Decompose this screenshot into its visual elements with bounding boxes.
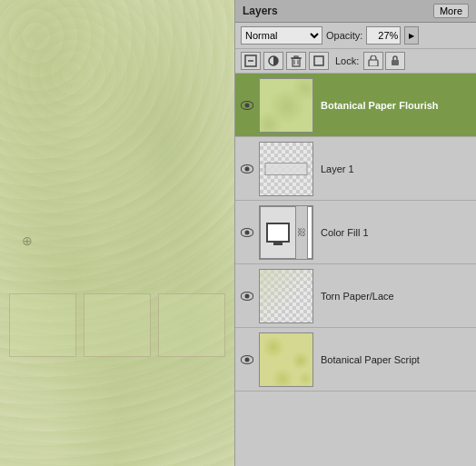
lock-icons (363, 52, 405, 70)
eye-icon (241, 292, 253, 301)
layer1-thumbnail (260, 143, 312, 195)
delete-layer-button[interactable] (286, 52, 306, 70)
layer-name: Torn Paper/Lace (321, 291, 472, 302)
more-button[interactable]: More (433, 4, 469, 18)
layer-item[interactable]: Layer 1 (235, 137, 476, 201)
visibility-toggle[interactable] (239, 352, 255, 368)
canvas-area: ⊕ (0, 0, 234, 466)
layers-panel: Layers More Normal Multiply Screen Overl… (234, 0, 476, 466)
eye-icon (241, 101, 253, 110)
lock-transparent-button[interactable] (363, 52, 383, 70)
lock-all-button[interactable] (385, 52, 405, 70)
layer-thumbnail (259, 142, 313, 196)
visibility-toggle[interactable] (239, 288, 255, 304)
colorfill-container: ⛓ (260, 206, 312, 259)
tornpaper-thumbnail (260, 270, 312, 322)
layer-name: Layer 1 (321, 164, 472, 174)
svg-rect-9 (369, 60, 378, 66)
blend-mode-row: Normal Multiply Screen Overlay Opacity: … (235, 23, 476, 49)
opacity-input[interactable]: 27% (366, 26, 401, 45)
canvas-pattern (0, 0, 234, 466)
visibility-toggle[interactable] (239, 161, 255, 177)
layer-thumbnail (259, 332, 313, 387)
opacity-label: Opacity: (326, 30, 362, 41)
panel-title: Layers (243, 5, 278, 17)
visibility-toggle[interactable] (239, 224, 255, 241)
blend-mode-select[interactable]: Normal Multiply Screen Overlay (241, 26, 322, 45)
visibility-toggle[interactable] (239, 97, 255, 114)
eye-icon (241, 355, 253, 364)
svg-rect-5 (294, 56, 298, 58)
layer-thumbnail (259, 269, 313, 323)
tools-row: Lock: (235, 49, 476, 74)
canvas-box-2 (84, 293, 151, 357)
adjustment-layer-button[interactable] (263, 52, 283, 70)
svg-rect-3 (293, 58, 300, 66)
canvas-boxes (9, 293, 225, 357)
chain-link-icon: ⛓ (296, 206, 307, 259)
layer-item[interactable]: Botanical Paper Flourish (235, 74, 476, 137)
eye-icon (241, 164, 253, 174)
svg-rect-10 (392, 60, 399, 65)
svg-rect-8 (314, 56, 323, 65)
lock-label: Lock: (335, 55, 359, 66)
paper-overlay (260, 270, 312, 322)
layer-item[interactable]: ⛓ Color Fill 1 (235, 201, 476, 264)
layer-style-button[interactable] (309, 52, 329, 70)
botanical-thumbnail (260, 79, 312, 132)
monitor-icon (266, 223, 290, 243)
layer-name: Botanical Paper Flourish (321, 100, 472, 111)
crosshair-icon: ⊕ (22, 233, 33, 248)
new-layer-button[interactable] (241, 52, 261, 70)
panel-header: Layers More (235, 0, 476, 23)
eye-icon (241, 228, 253, 237)
opacity-arrow-button[interactable]: ▶ (404, 26, 419, 45)
layers-list: Botanical Paper Flourish Layer 1 (235, 74, 476, 466)
layer-name: Botanical Paper Script (321, 354, 472, 365)
colorfill-thumb-left (260, 206, 296, 259)
layer-thumbnail (259, 78, 313, 133)
script-thumbnail (260, 333, 312, 386)
layer-thumbnail: ⛓ (259, 205, 313, 260)
layer-item[interactable]: Botanical Paper Script (235, 328, 476, 392)
canvas-box-1 (9, 293, 76, 357)
colorfill-thumb-right (307, 206, 312, 259)
canvas-box-3 (158, 293, 225, 357)
layer-item[interactable]: Torn Paper/Lace (235, 264, 476, 328)
layer-name: Color Fill 1 (321, 227, 472, 238)
